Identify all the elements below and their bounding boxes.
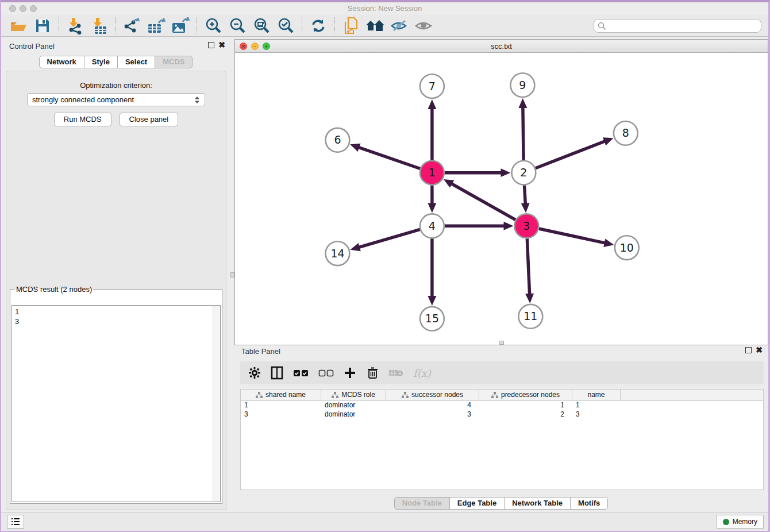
cell-MCDS-role[interactable]: dominator — [321, 400, 386, 410]
zoom-fit-button[interactable] — [251, 17, 272, 35]
tab-mcds[interactable]: MCDS — [155, 56, 192, 68]
result-scrollbar[interactable] — [212, 306, 220, 501]
cell-successor-nodes[interactable]: 3 — [386, 410, 479, 419]
edge-3-11[interactable] — [527, 238, 529, 295]
column-label: shared name — [265, 391, 306, 399]
tab-select[interactable]: Select — [117, 56, 155, 68]
tab-edge-table[interactable]: Edge Table — [449, 497, 505, 510]
column-header-predecessor-nodes[interactable]: predecessor nodes — [479, 390, 572, 400]
main-toolbar — [1, 15, 768, 37]
network-window-title: scc.txt — [235, 42, 768, 51]
edge-4-14[interactable] — [359, 229, 420, 247]
close-panel-button[interactable]: Close panel — [120, 113, 179, 126]
zoom-selected-button[interactable] — [275, 17, 296, 35]
cell-predecessor-nodes[interactable]: 2 — [479, 410, 572, 419]
column-label: MCDS role — [341, 391, 375, 399]
trash-icon — [367, 367, 378, 379]
import-table-button[interactable] — [89, 17, 110, 35]
column-visibility-button[interactable] — [271, 366, 283, 380]
close-table-panel-icon[interactable]: ✖ — [756, 347, 763, 353]
copy-network-button[interactable] — [341, 17, 361, 35]
optimization-criterion-select[interactable]: strongly connected component — [27, 93, 205, 106]
zoom-out-button[interactable] — [227, 17, 248, 35]
result-item[interactable]: 3 — [15, 317, 220, 326]
delete-column-button[interactable] — [366, 366, 379, 380]
task-history-button[interactable] — [7, 515, 24, 529]
edge-3-10[interactable] — [539, 229, 606, 243]
memory-button[interactable]: Memory — [717, 515, 764, 529]
table-panel-title: Table Panel — [241, 347, 280, 356]
select-all-rows-button[interactable] — [293, 366, 309, 380]
toolbar-separator — [302, 17, 302, 34]
open-session-button[interactable] — [8, 17, 29, 35]
deselect-all-rows-button[interactable] — [318, 366, 334, 380]
zoom-fit-icon — [253, 17, 270, 34]
toolbar-separator — [334, 17, 335, 34]
show-graphics-details-button[interactable] — [413, 17, 434, 35]
table-row[interactable]: 3dominator323 — [241, 410, 763, 419]
table-row[interactable]: 1dominator411 — [241, 400, 763, 410]
column-header-name[interactable]: name — [572, 390, 621, 400]
export-table-button[interactable] — [146, 17, 167, 35]
zoom-selected-icon — [277, 17, 294, 34]
add-column-button[interactable] — [344, 366, 356, 380]
result-item[interactable]: 1 — [15, 307, 220, 317]
edge-3-1[interactable] — [451, 183, 515, 219]
float-panel-icon[interactable] — [208, 42, 214, 48]
cell-name[interactable]: 1 — [572, 400, 621, 410]
import-network-button[interactable] — [65, 17, 86, 35]
cell-shared-name[interactable]: 3 — [241, 410, 321, 419]
tab-style[interactable]: Style — [84, 56, 118, 68]
cell-predecessor-nodes[interactable]: 1 — [479, 400, 572, 410]
optimization-criterion-value: strongly connected component — [32, 95, 134, 104]
columns-icon — [271, 366, 283, 380]
refresh-view-button[interactable] — [308, 17, 329, 35]
node-table[interactable]: shared nameMCDS rolesuccessor nodesprede… — [240, 389, 764, 490]
network-resize-grip[interactable] — [499, 341, 504, 345]
zoom-in-button[interactable] — [203, 17, 224, 35]
mcds-result-list[interactable]: 13 — [11, 305, 221, 502]
window-title: Session: New Session — [1, 4, 768, 13]
tab-node-table[interactable]: Node Table — [394, 497, 450, 510]
column-header-shared-name[interactable]: shared name — [241, 390, 321, 400]
import-table-icon — [91, 17, 107, 34]
edge-2-8[interactable] — [536, 141, 606, 168]
import-network-icon — [67, 17, 83, 34]
table-header-row: shared nameMCDS rolesuccessor nodesprede… — [241, 390, 763, 400]
edge-arrowhead — [518, 98, 527, 108]
application-window: Session: New Session — [0, 0, 770, 532]
splitter-grip[interactable] — [230, 272, 234, 277]
home-layout-button[interactable] — [365, 17, 386, 35]
zoom-out-icon — [229, 17, 246, 34]
edge-2-3[interactable] — [525, 186, 526, 205]
cell-MCDS-role[interactable]: dominator — [321, 410, 386, 419]
close-panel-icon[interactable]: ✖ — [218, 42, 225, 48]
column-header-successor-nodes[interactable]: successor nodes — [386, 390, 479, 400]
run-mcds-button[interactable]: Run MCDS — [54, 113, 111, 126]
network-canvas[interactable]: 7968124314101511 — [235, 53, 768, 345]
combo-stepper-icon — [194, 96, 200, 104]
table-toolbar: f(x) — [240, 361, 764, 384]
export-image-button[interactable] — [170, 17, 191, 35]
edge-arrowhead — [525, 294, 534, 303]
tab-motifs[interactable]: Motifs — [570, 497, 608, 510]
float-table-panel-icon[interactable] — [745, 347, 752, 353]
cell-shared-name[interactable]: 1 — [241, 400, 321, 410]
optimization-criterion-label: Optimization criterion: — [6, 81, 226, 90]
search-input[interactable] — [594, 19, 761, 33]
export-network-button[interactable] — [122, 17, 143, 35]
edge-2-9[interactable] — [523, 107, 523, 160]
tab-network-table[interactable]: Network Table — [504, 497, 571, 510]
hide-graphics-details-button[interactable] — [389, 17, 410, 35]
table-options-button[interactable] — [248, 366, 261, 380]
edge-1-6[interactable] — [358, 147, 420, 168]
apply-function-button[interactable]: f(x) — [413, 366, 431, 380]
delete-table-button[interactable] — [388, 366, 403, 380]
network-graph-svg[interactable]: 7968124314101511 — [235, 53, 768, 345]
save-session-button[interactable] — [32, 17, 53, 35]
export-image-icon — [171, 17, 190, 34]
cell-name[interactable]: 3 — [572, 410, 621, 419]
column-header-MCDS-role[interactable]: MCDS role — [321, 390, 386, 400]
cell-successor-nodes[interactable]: 4 — [386, 400, 479, 410]
tab-network[interactable]: Network — [39, 56, 84, 68]
